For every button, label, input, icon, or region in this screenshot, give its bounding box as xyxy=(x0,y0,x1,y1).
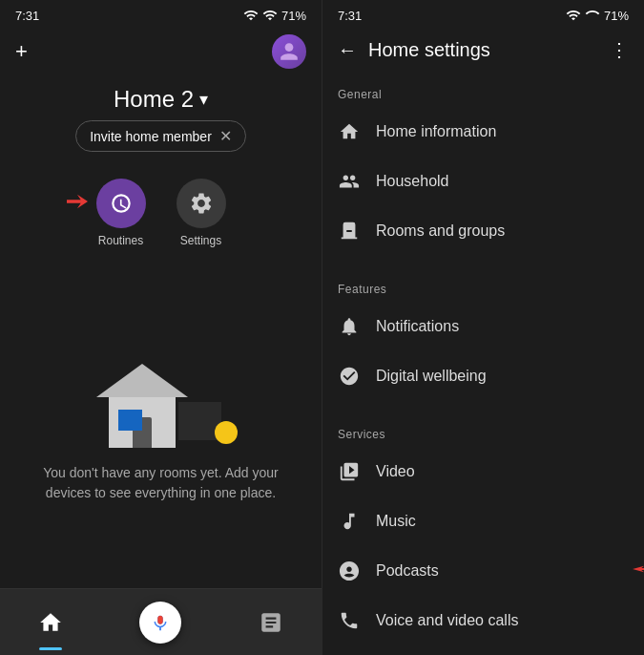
rooms-groups-item[interactable]: Rooms and groups xyxy=(322,206,644,256)
music-svg-icon xyxy=(339,511,360,532)
rooms-groups-label: Rooms and groups xyxy=(376,222,505,240)
digital-wellbeing-item[interactable]: Digital wellbeing xyxy=(322,351,644,401)
general-section: General Home information Household Rooms… xyxy=(322,76,644,256)
home-title-area: Home 2 ▾ Invite home member ✕ xyxy=(0,76,322,159)
household-label: Household xyxy=(376,173,449,190)
blue-flag xyxy=(118,410,142,431)
notifications-label: Notifications xyxy=(376,318,459,335)
right-header: ← Home settings ⋮ xyxy=(322,27,644,76)
right-time: 7:31 xyxy=(338,9,362,23)
digital-wellbeing-icon xyxy=(338,365,361,388)
right-signal-icon xyxy=(585,8,600,23)
routines-label: Routines xyxy=(98,234,143,247)
features-section: Features Notifications Digital wellbeing xyxy=(322,271,644,401)
notifications-item[interactable]: Notifications xyxy=(322,302,644,351)
nav-tasks-item[interactable] xyxy=(259,610,283,635)
right-header-left: ← Home settings xyxy=(338,39,490,61)
notes-lists-item[interactable]: Notes and lists xyxy=(322,645,644,655)
left-status-bar: 7:31 71% xyxy=(0,0,322,27)
household-item[interactable]: Household xyxy=(322,157,644,206)
empty-message: You don't have any rooms yet. Add your d… xyxy=(0,448,322,518)
features-label: Features xyxy=(322,271,644,302)
wellbeing-svg-icon xyxy=(339,366,360,387)
nav-tasks-icon xyxy=(259,610,283,635)
left-header: + xyxy=(0,27,322,76)
avatar-icon xyxy=(279,41,300,62)
back-button[interactable]: ← xyxy=(338,39,357,61)
home-title[interactable]: Home 2 ▾ xyxy=(0,86,322,113)
settings-action[interactable]: Settings xyxy=(177,179,226,247)
people-svg-icon xyxy=(339,171,360,192)
google-mic-button[interactable] xyxy=(139,602,181,644)
right-status-icons: 71% xyxy=(566,8,629,23)
svg-marker-0 xyxy=(67,195,88,209)
svg-marker-2 xyxy=(633,566,644,573)
bell-svg-icon xyxy=(339,316,360,337)
mic-icon xyxy=(150,612,171,633)
phone-icon xyxy=(338,609,361,632)
page-title: Home settings xyxy=(368,39,490,61)
add-button[interactable]: + xyxy=(15,39,28,64)
voice-calls-item[interactable]: Voice and video calls xyxy=(322,596,644,645)
more-options-button[interactable]: ⋮ xyxy=(610,38,629,61)
video-svg-icon xyxy=(339,461,360,482)
video-item[interactable]: Video xyxy=(322,447,644,497)
nav-home-item[interactable] xyxy=(38,610,63,635)
podcasts-icon xyxy=(338,560,361,582)
right-red-arrow xyxy=(633,559,644,583)
podcasts-item[interactable]: Podcasts xyxy=(322,546,644,596)
yellow-circle xyxy=(215,421,238,444)
left-battery: 71% xyxy=(281,9,306,23)
routines-icon xyxy=(109,191,134,216)
settings-circle xyxy=(177,179,226,228)
voice-calls-label: Voice and video calls xyxy=(376,612,518,629)
services-label: Services xyxy=(322,416,644,447)
close-icon[interactable]: ✕ xyxy=(219,127,232,145)
settings-icon xyxy=(189,191,214,216)
music-icon xyxy=(338,510,361,533)
invite-chip[interactable]: Invite home member ✕ xyxy=(75,120,246,152)
right-battery: 71% xyxy=(604,9,629,23)
home-information-item[interactable]: Home information xyxy=(322,107,644,157)
notifications-icon xyxy=(338,315,361,338)
avatar[interactable] xyxy=(272,34,306,69)
right-panel: 7:31 71% ← Home settings ⋮ General Home … xyxy=(322,0,644,655)
door-svg-icon xyxy=(339,221,360,242)
music-label: Music xyxy=(376,513,416,530)
left-time: 7:31 xyxy=(15,9,39,23)
house-roof xyxy=(96,364,188,397)
routines-action[interactable]: Routines xyxy=(96,179,146,247)
left-red-arrow xyxy=(67,191,88,216)
home-info-icon xyxy=(338,120,361,143)
quick-actions: Routines Settings xyxy=(0,159,322,257)
left-panel: 7:31 71% + Home 2 ▾ Invite home member ✕ xyxy=(0,0,322,655)
bottom-nav xyxy=(0,588,322,655)
video-icon xyxy=(338,460,361,483)
nav-indicator xyxy=(39,647,62,650)
digital-wellbeing-label: Digital wellbeing xyxy=(376,368,487,385)
phone-svg-icon xyxy=(339,610,360,631)
dropdown-arrow-icon: ▾ xyxy=(199,89,208,110)
right-status-bar: 7:31 71% xyxy=(322,0,644,27)
wifi-icon xyxy=(243,8,259,23)
signal-icon xyxy=(262,8,278,23)
household-icon xyxy=(338,170,361,193)
home-svg-icon xyxy=(339,121,360,142)
right-wifi-icon xyxy=(566,8,581,23)
home-information-label: Home information xyxy=(376,123,496,140)
podcast-svg-icon xyxy=(339,560,360,581)
settings-label: Settings xyxy=(180,234,221,247)
services-section: Services Video Music Podcasts xyxy=(322,416,644,655)
music-item[interactable]: Music xyxy=(322,497,644,546)
red-arrow-svg xyxy=(633,559,644,580)
podcasts-label: Podcasts xyxy=(376,562,439,580)
nav-home-icon xyxy=(38,610,63,635)
left-status-icons: 71% xyxy=(243,8,306,23)
rooms-icon xyxy=(338,220,361,243)
house-illustration xyxy=(75,352,247,448)
video-label: Video xyxy=(376,463,415,480)
routines-circle xyxy=(96,179,146,228)
general-label: General xyxy=(322,76,644,107)
